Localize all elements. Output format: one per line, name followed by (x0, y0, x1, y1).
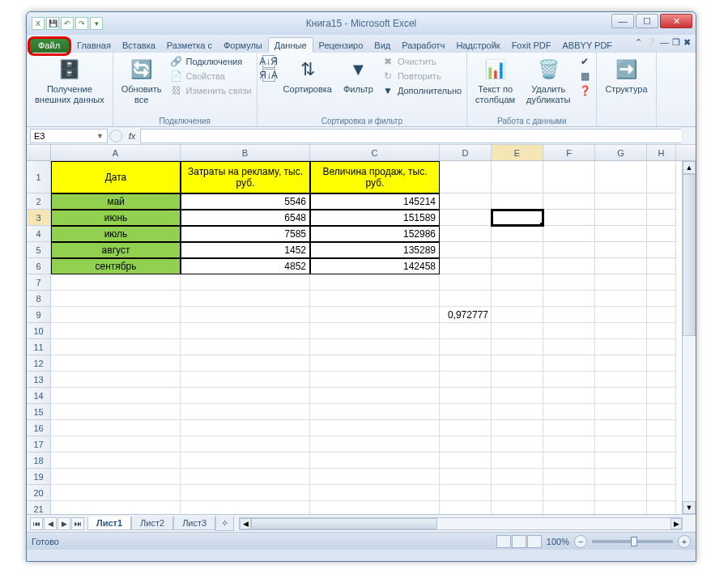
sort-desc-button[interactable]: Я↓А (262, 69, 275, 82)
fx-cancel-icon[interactable] (109, 130, 122, 142)
redo-icon[interactable]: ↷ (75, 17, 88, 30)
vscroll-thumb[interactable] (683, 174, 696, 336)
tab-abbyy[interactable]: ABBYY PDF (557, 38, 619, 53)
outline-button[interactable]: ➡️ Структура (602, 55, 650, 96)
clear-filter-button[interactable]: ✖Очистить (381, 55, 462, 68)
data-validation-button[interactable]: ✔ (578, 55, 591, 68)
row-header-3[interactable]: 3 (27, 210, 51, 226)
row-header-15[interactable]: 15 (27, 404, 51, 420)
cell-B5[interactable]: 1452 (181, 242, 310, 258)
sort-button[interactable]: ⇅ Сортировка (280, 55, 335, 96)
workbook-min-icon[interactable]: — (660, 37, 669, 48)
sheet-tab-2[interactable]: Лист2 (131, 516, 173, 530)
save-icon[interactable]: 💾 (46, 17, 59, 30)
close-button[interactable]: ✕ (660, 14, 692, 28)
refresh-all-button[interactable]: 🔄 Обновить все (118, 55, 165, 106)
qat-more-icon[interactable]: ▾ (90, 17, 103, 30)
view-normal-button[interactable] (496, 535, 511, 548)
fx-label[interactable]: fx (124, 131, 140, 141)
tab-insert[interactable]: Вставка (117, 38, 161, 53)
edit-links-button[interactable]: ⛓Изменить связи (170, 84, 252, 97)
zoom-in-button[interactable]: + (678, 535, 691, 548)
scroll-right-icon[interactable]: ▶ (671, 518, 682, 529)
hscroll-thumb[interactable] (251, 518, 437, 529)
tab-file[interactable]: Файл (28, 38, 70, 53)
tab-formulas[interactable]: Формулы (218, 38, 268, 53)
consolidate-button[interactable]: ▦ (578, 70, 591, 83)
cell-E5[interactable] (492, 242, 543, 258)
cell-G1[interactable] (595, 161, 647, 193)
cell-B3[interactable]: 6548 (181, 210, 310, 226)
connections-button[interactable]: 🔗Подключения (170, 55, 252, 68)
name-box-dropdown-icon[interactable]: ▼ (96, 132, 104, 140)
sheet-nav-first-icon[interactable]: ⏮ (30, 517, 43, 530)
row-header-2[interactable]: 2 (27, 193, 51, 210)
zoom-knob[interactable] (631, 537, 637, 546)
tab-view[interactable]: Вид (368, 38, 396, 53)
view-layout-button[interactable] (512, 535, 526, 548)
sort-asc-button[interactable]: А↓Я (262, 55, 275, 68)
col-header-C[interactable]: C (310, 145, 440, 160)
formula-input[interactable] (140, 129, 681, 143)
cell-H1[interactable] (647, 161, 676, 193)
cell-C4[interactable]: 152986 (310, 226, 440, 242)
cell-E6[interactable] (492, 258, 543, 274)
cell-B6[interactable]: 4852 (181, 258, 310, 274)
row-header-11[interactable]: 11 (27, 339, 51, 355)
row-header-6[interactable]: 6 (27, 258, 51, 274)
workbook-close-icon[interactable]: ✖ (683, 37, 691, 48)
cell-B2[interactable]: 5546 (181, 193, 310, 210)
cell-C2[interactable]: 145214 (310, 193, 440, 210)
get-external-data-button[interactable]: 🗄️ Получение внешних данных (32, 55, 108, 106)
col-header-F[interactable]: F (543, 145, 595, 160)
row-header-19[interactable]: 19 (27, 469, 51, 485)
vertical-scrollbar[interactable]: ▲ ▼ (682, 161, 696, 514)
remove-duplicates-button[interactable]: 🗑️ Удалить дубликаты (523, 55, 573, 106)
scroll-left-icon[interactable]: ◀ (240, 518, 251, 529)
tab-review[interactable]: Рецензиро (313, 38, 369, 53)
tab-developer[interactable]: Разработч (396, 38, 450, 53)
row-header-13[interactable]: 13 (27, 372, 51, 388)
cell-C5[interactable]: 135289 (310, 242, 440, 258)
col-header-D[interactable]: D (440, 145, 492, 160)
worksheet-grid[interactable]: A B C D E F G H 1 Дата Затраты на реклам… (27, 145, 696, 514)
scroll-down-icon[interactable]: ▼ (683, 501, 696, 514)
row-header-8[interactable]: 8 (27, 291, 51, 307)
cell-C1[interactable]: Величина продаж, тыс. руб. (310, 161, 440, 193)
maximize-button[interactable]: ☐ (636, 14, 658, 28)
col-header-A[interactable]: A (51, 145, 181, 160)
name-box[interactable]: E3 ▼ (30, 129, 108, 143)
cell-E3[interactable] (492, 210, 543, 226)
new-sheet-button[interactable]: ✧ (215, 516, 234, 531)
cell-B4[interactable]: 7585 (181, 226, 310, 242)
properties-button[interactable]: 📄Свойства (170, 70, 252, 83)
tab-data[interactable]: Данные (268, 37, 313, 53)
row-header-5[interactable]: 5 (27, 242, 51, 258)
row-header-14[interactable]: 14 (27, 388, 51, 404)
row-header-7[interactable]: 7 (27, 274, 51, 291)
cell-A3[interactable]: июнь (51, 210, 181, 226)
row-header-4[interactable]: 4 (27, 226, 51, 242)
minimize-button[interactable]: — (611, 14, 634, 28)
sheet-nav-next-icon[interactable]: ▶ (57, 517, 70, 530)
cell-F1[interactable] (543, 161, 595, 193)
col-header-E[interactable]: E (492, 145, 543, 160)
sheet-nav-last-icon[interactable]: ⏭ (71, 517, 84, 530)
cell-A5[interactable]: август (51, 242, 181, 258)
select-all-corner[interactable] (27, 145, 51, 160)
undo-icon[interactable]: ↶ (61, 17, 74, 30)
row-header-17[interactable]: 17 (27, 436, 51, 453)
row-header-1[interactable]: 1 (27, 161, 51, 193)
tab-addins[interactable]: Надстройк (450, 38, 505, 53)
zoom-slider[interactable] (592, 540, 673, 543)
cell-A6[interactable]: сентябрь (51, 258, 181, 274)
row-header-20[interactable]: 20 (27, 485, 51, 501)
sheet-tab-3[interactable]: Лист3 (173, 516, 215, 530)
row-header-9[interactable]: 9 (27, 307, 51, 323)
row-header-21[interactable]: 21 (27, 501, 51, 514)
advanced-filter-button[interactable]: ▼Дополнительно (381, 84, 462, 97)
cell-A1[interactable]: Дата (51, 161, 181, 193)
sheet-tab-1[interactable]: Лист1 (87, 516, 131, 530)
zoom-out-button[interactable]: − (574, 535, 587, 548)
sheet-nav-prev-icon[interactable]: ◀ (44, 517, 57, 530)
